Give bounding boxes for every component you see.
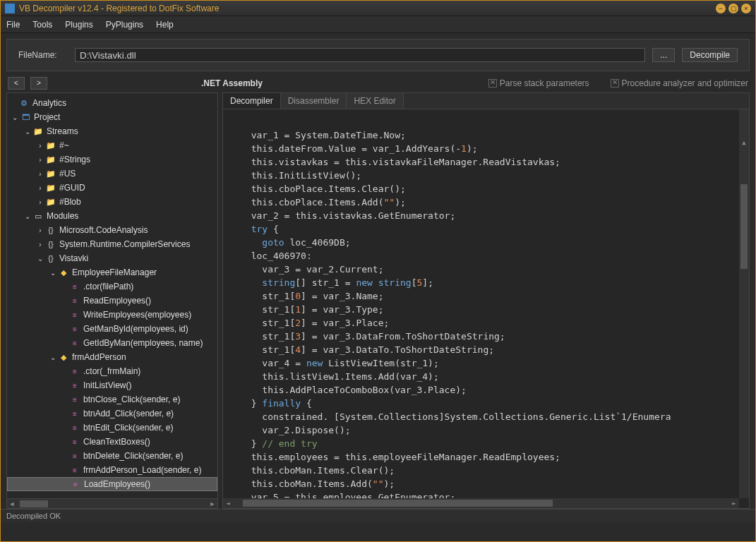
chevron-right-icon[interactable]: › xyxy=(35,227,45,234)
scroll-up-icon[interactable]: ▲ xyxy=(739,136,749,146)
method-icon: ≡ xyxy=(69,465,80,475)
chevron-right-icon[interactable]: › xyxy=(35,156,45,164)
tree-project[interactable]: ⌄ 🗔 Project xyxy=(7,110,217,124)
method-icon: ≡ xyxy=(69,451,80,461)
scroll-right-icon[interactable]: ► xyxy=(729,497,739,509)
tree-method[interactable]: ≡WriteEmployees(employees) xyxy=(7,308,217,322)
tab-decompiler[interactable]: Decompiler xyxy=(223,93,281,109)
tree-method[interactable]: ≡GetIdByMan(employees, name) xyxy=(7,336,217,350)
module-icon: ▭ xyxy=(32,211,44,221)
tree-method[interactable]: ≡btnEdit_Click(sender, e) xyxy=(7,421,217,435)
method-icon: ≡ xyxy=(69,282,80,291)
scroll-thumb[interactable] xyxy=(243,500,553,507)
code-line: this.dateFrom.Value = var_1.AddYears(- xyxy=(240,143,461,154)
file-toolbar: FileName: ... Decompile xyxy=(6,39,750,71)
tab-hex[interactable]: HEX Editor xyxy=(347,93,403,109)
method-icon: ≡ xyxy=(69,380,80,390)
menu-pyplugins[interactable]: PyPlugins xyxy=(106,20,143,30)
chevron-right-icon[interactable]: › xyxy=(35,142,45,150)
tree-class-frmadd[interactable]: ⌄◆frmAddPerson xyxy=(7,350,217,364)
tree-method[interactable]: ≡btnDelete_Click(sender, e) xyxy=(7,449,217,463)
optimizer-checkbox[interactable] xyxy=(611,79,619,88)
filename-input[interactable] xyxy=(75,48,645,62)
nav-forward-button[interactable]: > xyxy=(30,77,47,90)
project-icon: 🗔 xyxy=(20,112,31,122)
tree-method[interactable]: ≡btnClose_Click(sender, e) xyxy=(7,392,217,406)
code-scrollbar-h[interactable]: ◄ ► xyxy=(223,498,739,508)
menu-file[interactable]: File xyxy=(6,20,20,30)
tree-module-item[interactable]: ›{}System.Runtime.CompilerServices xyxy=(7,237,217,251)
tree-method[interactable]: ≡.ctor(filePath) xyxy=(7,279,217,294)
chevron-down-icon[interactable]: ⌄ xyxy=(10,114,20,121)
method-icon: ≡ xyxy=(69,437,80,447)
tree-analytics[interactable]: ⚙ Analytics xyxy=(7,96,217,110)
code-view[interactable]: var_1 = System.DateTime.Now; this.dateFr… xyxy=(223,109,749,508)
namespace-icon: {} xyxy=(45,253,56,263)
tree-method[interactable]: ≡frmAddPerson_Load(sender, e) xyxy=(7,463,217,477)
chevron-down-icon[interactable]: ⌄ xyxy=(48,354,58,361)
class-icon: ◆ xyxy=(58,352,69,362)
tree-method[interactable]: ≡GetManById(employees, id) xyxy=(7,322,217,336)
chevron-right-icon[interactable]: › xyxy=(35,184,45,192)
method-icon: ≡ xyxy=(69,395,80,404)
tree-method[interactable]: ≡ReadEmployees() xyxy=(7,294,217,308)
content-panel: Decompiler Disassembler HEX Editor var_1… xyxy=(222,92,750,509)
scroll-thumb[interactable] xyxy=(740,184,748,269)
tree-stream-item[interactable]: ›📁#US xyxy=(7,167,217,181)
tree-stream-item[interactable]: ›📁#Strings xyxy=(7,152,217,167)
decompile-button[interactable]: Decompile xyxy=(682,48,738,62)
menu-help[interactable]: Help xyxy=(156,20,174,30)
method-icon: ≡ xyxy=(69,409,80,418)
scroll-right-icon[interactable]: ► xyxy=(208,500,217,507)
chevron-down-icon[interactable]: ⌄ xyxy=(23,212,32,220)
scroll-thumb[interactable] xyxy=(20,500,48,507)
code-line: var_3 = var_2.Current; xyxy=(240,264,384,275)
tree-class-employee[interactable]: ⌄◆EmployeeFileManager xyxy=(7,265,217,279)
code-line: this.AddPlaceToComboBox(var_3.Place); xyxy=(240,385,467,395)
tree-method[interactable]: ≡CleanTextBoxes() xyxy=(7,435,217,449)
tree-stream-item[interactable]: ›📁#Blob xyxy=(7,195,217,209)
code-scrollbar-v[interactable]: ▲ xyxy=(739,109,749,498)
chevron-down-icon[interactable]: ⌄ xyxy=(48,269,58,277)
tree-stream-item[interactable]: ›📁#~ xyxy=(7,138,217,152)
menu-plugins[interactable]: Plugins xyxy=(65,20,92,30)
nav-back-button[interactable]: < xyxy=(8,77,25,90)
menu-tools[interactable]: Tools xyxy=(32,20,52,30)
tree-streams[interactable]: ⌄ 📁 Streams xyxy=(7,124,217,138)
tree-method[interactable]: ≡btnAdd_Click(sender, e) xyxy=(7,406,217,421)
nav-bar: < > .NET Assembly Parse stack parameters… xyxy=(1,77,755,92)
chevron-right-icon[interactable]: › xyxy=(35,241,45,248)
chevron-right-icon[interactable]: › xyxy=(35,170,45,178)
chevron-down-icon[interactable]: ⌄ xyxy=(23,128,32,136)
tree-module-vistavki[interactable]: ⌄{}Vistavki xyxy=(7,251,217,265)
scroll-left-icon[interactable]: ◄ xyxy=(223,497,233,509)
code-line: var_1 = System.DateTime.Now; xyxy=(240,130,406,140)
tree-method[interactable]: ≡.ctor(_frmMain) xyxy=(7,364,217,378)
project-tree-panel: ⚙ Analytics ⌄ 🗔 Project ⌄ 📁 Streams ›📁#~… xyxy=(6,92,218,509)
tree-method[interactable]: ≡InitListView() xyxy=(7,378,217,392)
code-line: var_2 = this.vistavkas.GetEnumerator; xyxy=(240,210,455,221)
tree-modules[interactable]: ⌄ ▭ Modules xyxy=(7,209,217,223)
minimize-button[interactable]: – xyxy=(716,4,726,13)
tree-module-item[interactable]: ›{}Microsoft.CodeAnalysis xyxy=(7,223,217,237)
method-icon: ≡ xyxy=(69,324,80,334)
tab-disassembler[interactable]: Disassembler xyxy=(281,93,347,109)
tree-method-selected[interactable]: ≡LoadEmployees() xyxy=(7,477,217,491)
project-tree[interactable]: ⚙ Analytics ⌄ 🗔 Project ⌄ 📁 Streams ›📁#~… xyxy=(7,93,217,498)
maximize-button[interactable]: ▢ xyxy=(728,4,738,13)
code-line: this.cboPlace.Items.Clear(); xyxy=(240,183,406,194)
window-title: VB Decompiler v12.4 - Registered to DotF… xyxy=(19,4,716,13)
parse-stack-checkbox[interactable] xyxy=(488,79,497,88)
chevron-down-icon[interactable]: ⌄ xyxy=(35,255,45,263)
code-line: this.employees = this.employeeFileManage… xyxy=(240,452,560,462)
close-button[interactable]: × xyxy=(741,4,751,13)
folder-icon: 📁 xyxy=(45,169,56,179)
browse-button[interactable]: ... xyxy=(652,48,675,62)
tree-stream-item[interactable]: ›📁#GUID xyxy=(7,181,217,195)
code-line: constrained. [System.Collections]System.… xyxy=(240,411,671,422)
tree-scrollbar-h[interactable]: ◄ ► xyxy=(7,498,217,508)
scroll-left-icon[interactable]: ◄ xyxy=(7,500,17,507)
chevron-right-icon[interactable]: › xyxy=(35,198,45,206)
method-icon: ≡ xyxy=(69,366,80,376)
code-line: this.cboMan.Items.Clear(); xyxy=(240,465,395,476)
